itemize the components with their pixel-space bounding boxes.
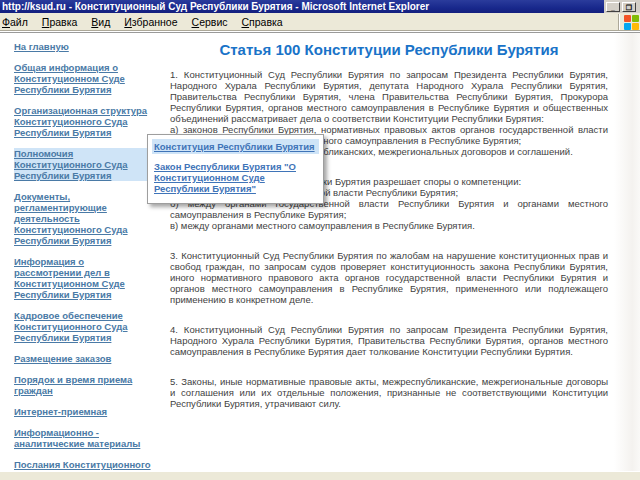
sidebar-item-procurement[interactable]: Размещение заказов	[14, 353, 152, 364]
sidebar-item-powers[interactable]: Полномочия Конституционного Суда Республ…	[14, 148, 152, 181]
browser-viewport: На главную Общая информация о Конституци…	[0, 32, 640, 471]
browser-window: http://ksud.ru - Конституционный Суд Рес…	[0, 0, 640, 480]
article-paragraph-2c: в) между органами местного самоуправлени…	[170, 220, 608, 231]
sidebar-item-reception-hours[interactable]: Порядок и время приема граждан	[14, 374, 152, 396]
sidebar-item-home[interactable]: На главную	[14, 41, 152, 52]
menu-file[interactable]: Файл	[2, 16, 28, 28]
maximize-button[interactable]: ❐	[622, 2, 636, 12]
menubar-divider	[618, 14, 620, 30]
right-margin-shade	[614, 33, 640, 471]
submenu-item-court-law[interactable]: Закон Республики Бурятия "О Конституцион…	[152, 159, 319, 196]
article-paragraph-3: 3. Конституционный Суд Республики Буряти…	[170, 250, 608, 305]
menu-help[interactable]: Справка	[242, 16, 283, 28]
article-paragraph-1: 1. Конституционный Суд Республики Буряти…	[170, 69, 608, 124]
article-area: Статья 100 Конституции Республики Буряти…	[170, 33, 608, 409]
sidebar-item-court-messages[interactable]: Послания Конституционного Суда Республик…	[14, 459, 152, 471]
sidebar-item-internet-reception[interactable]: Интернет-приемная	[14, 406, 152, 417]
sidebar-item-org-structure[interactable]: Организационная структура Конституционно…	[14, 105, 152, 138]
minimize-button[interactable]: _	[606, 2, 620, 12]
menubar-right-area	[618, 13, 639, 31]
menu-edit[interactable]: Правка	[42, 16, 77, 28]
status-bar	[0, 471, 640, 480]
sidebar-item-case-review-info[interactable]: Информация о рассмотрении дел в Конститу…	[14, 256, 152, 300]
article-paragraph-5: 5. Законы, иные нормативные правовые акт…	[170, 376, 608, 409]
submenu-item-constitution[interactable]: Конституция Республики Бурятия	[152, 139, 319, 154]
menu-view[interactable]: Вид	[91, 16, 110, 28]
menu-tools[interactable]: Сервис	[192, 16, 228, 28]
sidebar-item-staffing[interactable]: Кадровое обеспечение Конституционного Су…	[14, 310, 152, 343]
sidebar-item-general-info[interactable]: Общая информация о Конституционном Суде …	[14, 62, 152, 95]
window-titlebar[interactable]: http://ksud.ru - Конституционный Суд Рес…	[0, 0, 640, 13]
sidebar-item-analytical-materials[interactable]: Информационно - аналитические материалы	[14, 427, 152, 449]
menu-bar: Файл Правка Вид Избранное Сервис Справка	[0, 13, 640, 31]
sidebar-submenu-popup: Конституция Республики Бурятия Закон Рес…	[147, 134, 324, 204]
window-controls: _ ❐	[604, 0, 640, 13]
sidebar-item-documents[interactable]: Документы, регламентирующие деятельность…	[14, 191, 152, 246]
article-paragraph-4: 4. Конституционный Суд Республики Буряти…	[170, 324, 608, 357]
menu-favorites[interactable]: Избранное	[124, 16, 177, 28]
window-title: http://ksud.ru - Конституционный Суд Рес…	[2, 1, 429, 12]
page-title: Статья 100 Конституции Республики Буряти…	[170, 41, 608, 58]
windows-logo-icon	[624, 15, 639, 30]
sidebar-nav: На главную Общая информация о Конституци…	[14, 41, 152, 471]
